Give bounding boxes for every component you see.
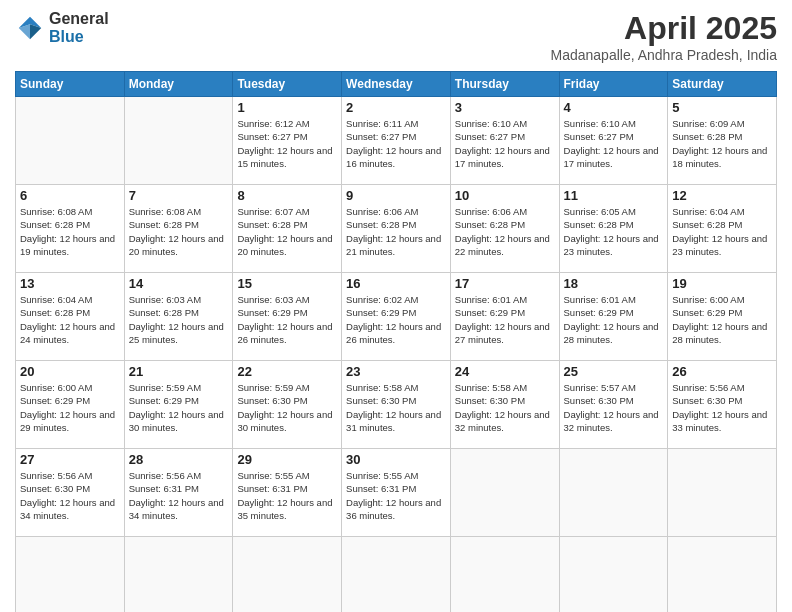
table-row xyxy=(559,537,668,613)
day-info: Sunrise: 5:59 AMSunset: 6:30 PMDaylight:… xyxy=(237,381,337,434)
day-info: Sunrise: 6:05 AMSunset: 6:28 PMDaylight:… xyxy=(564,205,664,258)
table-row: 24Sunrise: 5:58 AMSunset: 6:30 PMDayligh… xyxy=(450,361,559,449)
table-row xyxy=(233,537,342,613)
table-row xyxy=(668,537,777,613)
table-row: 15Sunrise: 6:03 AMSunset: 6:29 PMDayligh… xyxy=(233,273,342,361)
location: Madanapalle, Andhra Pradesh, India xyxy=(551,47,778,63)
day-info: Sunrise: 6:03 AMSunset: 6:28 PMDaylight:… xyxy=(129,293,229,346)
day-number: 8 xyxy=(237,188,337,203)
logo-icon xyxy=(15,13,45,43)
table-row: 10Sunrise: 6:06 AMSunset: 6:28 PMDayligh… xyxy=(450,185,559,273)
table-row xyxy=(450,537,559,613)
day-number: 26 xyxy=(672,364,772,379)
day-info: Sunrise: 6:01 AMSunset: 6:29 PMDaylight:… xyxy=(564,293,664,346)
table-row: 14Sunrise: 6:03 AMSunset: 6:28 PMDayligh… xyxy=(124,273,233,361)
day-info: Sunrise: 6:08 AMSunset: 6:28 PMDaylight:… xyxy=(129,205,229,258)
table-row: 25Sunrise: 5:57 AMSunset: 6:30 PMDayligh… xyxy=(559,361,668,449)
day-number: 12 xyxy=(672,188,772,203)
table-row: 1Sunrise: 6:12 AMSunset: 6:27 PMDaylight… xyxy=(233,97,342,185)
table-row: 22Sunrise: 5:59 AMSunset: 6:30 PMDayligh… xyxy=(233,361,342,449)
day-info: Sunrise: 6:06 AMSunset: 6:28 PMDaylight:… xyxy=(455,205,555,258)
day-info: Sunrise: 6:04 AMSunset: 6:28 PMDaylight:… xyxy=(20,293,120,346)
day-number: 19 xyxy=(672,276,772,291)
day-info: Sunrise: 6:09 AMSunset: 6:28 PMDaylight:… xyxy=(672,117,772,170)
logo-general: General xyxy=(49,10,109,28)
table-row: 19Sunrise: 6:00 AMSunset: 6:29 PMDayligh… xyxy=(668,273,777,361)
page: General Blue April 2025 Madanapalle, And… xyxy=(0,0,792,612)
table-row: 11Sunrise: 6:05 AMSunset: 6:28 PMDayligh… xyxy=(559,185,668,273)
day-number: 14 xyxy=(129,276,229,291)
day-info: Sunrise: 5:55 AMSunset: 6:31 PMDaylight:… xyxy=(237,469,337,522)
table-row: 29Sunrise: 5:55 AMSunset: 6:31 PMDayligh… xyxy=(233,449,342,537)
day-number: 21 xyxy=(129,364,229,379)
table-row xyxy=(16,537,125,613)
day-number: 24 xyxy=(455,364,555,379)
day-info: Sunrise: 6:08 AMSunset: 6:28 PMDaylight:… xyxy=(20,205,120,258)
day-number: 4 xyxy=(564,100,664,115)
calendar-row-5: 27Sunrise: 5:56 AMSunset: 6:30 PMDayligh… xyxy=(16,449,777,537)
calendar-row-3: 13Sunrise: 6:04 AMSunset: 6:28 PMDayligh… xyxy=(16,273,777,361)
day-info: Sunrise: 6:12 AMSunset: 6:27 PMDaylight:… xyxy=(237,117,337,170)
month-title: April 2025 xyxy=(551,10,778,47)
table-row: 21Sunrise: 5:59 AMSunset: 6:29 PMDayligh… xyxy=(124,361,233,449)
day-number: 13 xyxy=(20,276,120,291)
logo-text: General Blue xyxy=(49,10,109,45)
calendar-row-1: 1Sunrise: 6:12 AMSunset: 6:27 PMDaylight… xyxy=(16,97,777,185)
day-number: 7 xyxy=(129,188,229,203)
day-number: 23 xyxy=(346,364,446,379)
table-row xyxy=(450,449,559,537)
title-block: April 2025 Madanapalle, Andhra Pradesh, … xyxy=(551,10,778,63)
calendar-row-2: 6Sunrise: 6:08 AMSunset: 6:28 PMDaylight… xyxy=(16,185,777,273)
day-info: Sunrise: 6:02 AMSunset: 6:29 PMDaylight:… xyxy=(346,293,446,346)
day-number: 22 xyxy=(237,364,337,379)
day-number: 10 xyxy=(455,188,555,203)
table-row: 13Sunrise: 6:04 AMSunset: 6:28 PMDayligh… xyxy=(16,273,125,361)
day-number: 28 xyxy=(129,452,229,467)
day-info: Sunrise: 6:00 AMSunset: 6:29 PMDaylight:… xyxy=(672,293,772,346)
day-info: Sunrise: 6:04 AMSunset: 6:28 PMDaylight:… xyxy=(672,205,772,258)
calendar-row-6 xyxy=(16,537,777,613)
day-info: Sunrise: 6:00 AMSunset: 6:29 PMDaylight:… xyxy=(20,381,120,434)
table-row xyxy=(124,97,233,185)
table-row: 23Sunrise: 5:58 AMSunset: 6:30 PMDayligh… xyxy=(342,361,451,449)
header: General Blue April 2025 Madanapalle, And… xyxy=(15,10,777,63)
table-row: 4Sunrise: 6:10 AMSunset: 6:27 PMDaylight… xyxy=(559,97,668,185)
day-info: Sunrise: 5:55 AMSunset: 6:31 PMDaylight:… xyxy=(346,469,446,522)
col-wednesday: Wednesday xyxy=(342,72,451,97)
col-tuesday: Tuesday xyxy=(233,72,342,97)
day-info: Sunrise: 6:01 AMSunset: 6:29 PMDaylight:… xyxy=(455,293,555,346)
calendar-row-4: 20Sunrise: 6:00 AMSunset: 6:29 PMDayligh… xyxy=(16,361,777,449)
table-row xyxy=(124,537,233,613)
day-number: 16 xyxy=(346,276,446,291)
col-monday: Monday xyxy=(124,72,233,97)
table-row: 20Sunrise: 6:00 AMSunset: 6:29 PMDayligh… xyxy=(16,361,125,449)
table-row: 2Sunrise: 6:11 AMSunset: 6:27 PMDaylight… xyxy=(342,97,451,185)
day-info: Sunrise: 5:58 AMSunset: 6:30 PMDaylight:… xyxy=(455,381,555,434)
table-row xyxy=(668,449,777,537)
table-row: 17Sunrise: 6:01 AMSunset: 6:29 PMDayligh… xyxy=(450,273,559,361)
col-sunday: Sunday xyxy=(16,72,125,97)
table-row: 12Sunrise: 6:04 AMSunset: 6:28 PMDayligh… xyxy=(668,185,777,273)
table-row xyxy=(16,97,125,185)
day-number: 17 xyxy=(455,276,555,291)
table-row: 16Sunrise: 6:02 AMSunset: 6:29 PMDayligh… xyxy=(342,273,451,361)
day-number: 20 xyxy=(20,364,120,379)
day-number: 30 xyxy=(346,452,446,467)
day-info: Sunrise: 5:56 AMSunset: 6:31 PMDaylight:… xyxy=(129,469,229,522)
col-friday: Friday xyxy=(559,72,668,97)
table-row xyxy=(559,449,668,537)
table-row: 27Sunrise: 5:56 AMSunset: 6:30 PMDayligh… xyxy=(16,449,125,537)
day-number: 2 xyxy=(346,100,446,115)
day-number: 3 xyxy=(455,100,555,115)
calendar-header-row: Sunday Monday Tuesday Wednesday Thursday… xyxy=(16,72,777,97)
day-info: Sunrise: 6:06 AMSunset: 6:28 PMDaylight:… xyxy=(346,205,446,258)
day-number: 25 xyxy=(564,364,664,379)
col-saturday: Saturday xyxy=(668,72,777,97)
table-row xyxy=(342,537,451,613)
day-number: 18 xyxy=(564,276,664,291)
day-info: Sunrise: 6:11 AMSunset: 6:27 PMDaylight:… xyxy=(346,117,446,170)
day-number: 5 xyxy=(672,100,772,115)
calendar-table: Sunday Monday Tuesday Wednesday Thursday… xyxy=(15,71,777,612)
table-row: 7Sunrise: 6:08 AMSunset: 6:28 PMDaylight… xyxy=(124,185,233,273)
day-info: Sunrise: 6:10 AMSunset: 6:27 PMDaylight:… xyxy=(455,117,555,170)
